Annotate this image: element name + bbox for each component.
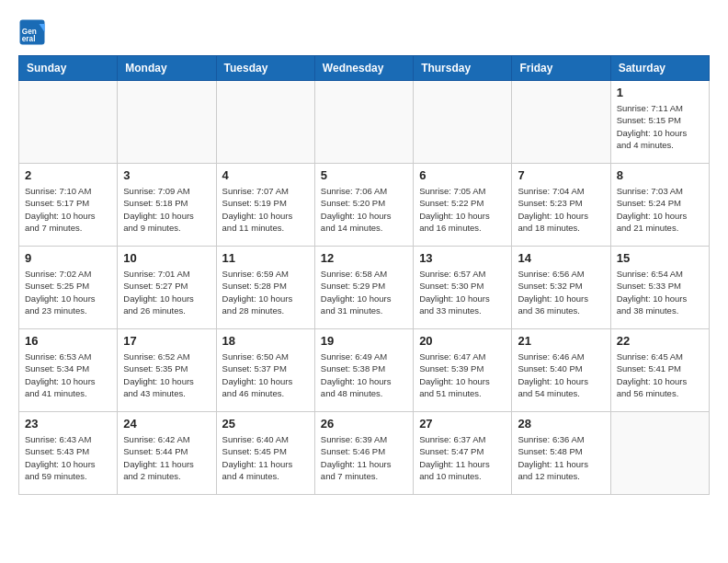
calendar-cell: 22Sunrise: 6:45 AM Sunset: 5:41 PM Dayli… <box>610 329 709 412</box>
calendar-cell: 28Sunrise: 6:36 AM Sunset: 5:48 PM Dayli… <box>512 412 610 495</box>
day-number: 17 <box>123 334 210 348</box>
day-number: 22 <box>617 334 703 348</box>
day-number: 7 <box>518 168 604 182</box>
day-number: 25 <box>222 417 309 431</box>
day-detail: Sunrise: 6:52 AM Sunset: 5:35 PM Dayligh… <box>123 350 210 399</box>
day-number: 19 <box>321 334 407 348</box>
day-detail: Sunrise: 6:45 AM Sunset: 5:41 PM Dayligh… <box>617 350 703 399</box>
logo-icon: Gen eral <box>18 18 46 46</box>
calendar-cell: 27Sunrise: 6:37 AM Sunset: 5:47 PM Dayli… <box>414 412 512 495</box>
day-number: 6 <box>419 168 506 182</box>
day-number: 24 <box>123 417 210 431</box>
day-number: 16 <box>25 334 111 348</box>
day-detail: Sunrise: 7:05 AM Sunset: 5:22 PM Dayligh… <box>419 185 506 234</box>
calendar-cell <box>610 412 709 495</box>
day-detail: Sunrise: 6:43 AM Sunset: 5:43 PM Dayligh… <box>25 433 111 482</box>
calendar-cell <box>19 81 118 164</box>
day-detail: Sunrise: 6:42 AM Sunset: 5:44 PM Dayligh… <box>123 433 210 482</box>
day-detail: Sunrise: 6:36 AM Sunset: 5:48 PM Dayligh… <box>518 433 604 482</box>
day-number: 12 <box>321 251 407 265</box>
day-detail: Sunrise: 7:07 AM Sunset: 5:19 PM Dayligh… <box>222 185 309 234</box>
calendar-cell: 12Sunrise: 6:58 AM Sunset: 5:29 PM Dayli… <box>314 247 413 329</box>
calendar-cell <box>216 81 314 164</box>
day-number: 5 <box>321 168 407 182</box>
calendar-cell: 23Sunrise: 6:43 AM Sunset: 5:43 PM Dayli… <box>19 412 118 495</box>
day-number: 4 <box>222 168 309 182</box>
day-detail: Sunrise: 6:56 AM Sunset: 5:32 PM Dayligh… <box>518 268 604 316</box>
calendar-cell: 2Sunrise: 7:10 AM Sunset: 5:17 PM Daylig… <box>19 164 118 247</box>
calendar-cell <box>414 81 512 164</box>
calendar-cell: 10Sunrise: 7:01 AM Sunset: 5:27 PM Dayli… <box>118 247 216 329</box>
calendar-table: SundayMondayTuesdayWednesdayThursdayFrid… <box>18 55 710 495</box>
day-detail: Sunrise: 6:39 AM Sunset: 5:46 PM Dayligh… <box>321 433 407 482</box>
calendar-cell: 17Sunrise: 6:52 AM Sunset: 5:35 PM Dayli… <box>118 329 216 412</box>
calendar-cell: 20Sunrise: 6:47 AM Sunset: 5:39 PM Dayli… <box>414 329 512 412</box>
calendar-cell: 1Sunrise: 7:11 AM Sunset: 5:15 PM Daylig… <box>610 81 709 164</box>
calendar-cell: 18Sunrise: 6:50 AM Sunset: 5:37 PM Dayli… <box>216 329 314 412</box>
day-detail: Sunrise: 7:11 AM Sunset: 5:15 PM Dayligh… <box>617 102 703 151</box>
calendar-cell: 7Sunrise: 7:04 AM Sunset: 5:23 PM Daylig… <box>512 164 610 247</box>
day-detail: Sunrise: 6:59 AM Sunset: 5:28 PM Dayligh… <box>222 268 309 316</box>
day-detail: Sunrise: 7:06 AM Sunset: 5:20 PM Dayligh… <box>321 185 407 234</box>
day-number: 20 <box>419 334 506 348</box>
week-row-4: 16Sunrise: 6:53 AM Sunset: 5:34 PM Dayli… <box>19 329 710 412</box>
col-header-friday: Friday <box>512 56 610 81</box>
day-number: 26 <box>321 417 407 431</box>
calendar-cell <box>118 81 216 164</box>
day-detail: Sunrise: 7:09 AM Sunset: 5:18 PM Dayligh… <box>123 185 210 234</box>
calendar-cell <box>314 81 413 164</box>
day-detail: Sunrise: 6:40 AM Sunset: 5:45 PM Dayligh… <box>222 433 309 482</box>
day-number: 15 <box>617 251 703 265</box>
logo: Gen eral <box>18 18 50 46</box>
day-detail: Sunrise: 6:37 AM Sunset: 5:47 PM Dayligh… <box>419 433 506 482</box>
col-header-saturday: Saturday <box>610 56 709 81</box>
day-detail: Sunrise: 6:50 AM Sunset: 5:37 PM Dayligh… <box>222 350 309 399</box>
calendar-cell: 26Sunrise: 6:39 AM Sunset: 5:46 PM Dayli… <box>314 412 413 495</box>
day-detail: Sunrise: 6:47 AM Sunset: 5:39 PM Dayligh… <box>419 350 506 399</box>
day-number: 27 <box>419 417 506 431</box>
day-number: 3 <box>123 168 210 182</box>
week-row-1: 1Sunrise: 7:11 AM Sunset: 5:15 PM Daylig… <box>19 81 710 164</box>
day-number: 8 <box>617 168 703 182</box>
day-detail: Sunrise: 6:49 AM Sunset: 5:38 PM Dayligh… <box>321 350 407 399</box>
day-detail: Sunrise: 6:54 AM Sunset: 5:33 PM Dayligh… <box>617 268 703 316</box>
calendar-cell <box>512 81 610 164</box>
day-number: 1 <box>617 86 703 99</box>
day-detail: Sunrise: 7:10 AM Sunset: 5:17 PM Dayligh… <box>25 185 111 234</box>
calendar-cell: 19Sunrise: 6:49 AM Sunset: 5:38 PM Dayli… <box>314 329 413 412</box>
week-row-3: 9Sunrise: 7:02 AM Sunset: 5:25 PM Daylig… <box>19 247 710 329</box>
day-detail: Sunrise: 7:04 AM Sunset: 5:23 PM Dayligh… <box>518 185 604 234</box>
calendar-cell: 6Sunrise: 7:05 AM Sunset: 5:22 PM Daylig… <box>414 164 512 247</box>
calendar-cell: 4Sunrise: 7:07 AM Sunset: 5:19 PM Daylig… <box>216 164 314 247</box>
week-row-5: 23Sunrise: 6:43 AM Sunset: 5:43 PM Dayli… <box>19 412 710 495</box>
calendar-header-row: SundayMondayTuesdayWednesdayThursdayFrid… <box>19 56 710 81</box>
day-number: 28 <box>518 417 604 431</box>
day-number: 14 <box>518 251 604 265</box>
day-detail: Sunrise: 6:57 AM Sunset: 5:30 PM Dayligh… <box>419 268 506 316</box>
day-detail: Sunrise: 7:01 AM Sunset: 5:27 PM Dayligh… <box>123 268 210 316</box>
calendar-cell: 25Sunrise: 6:40 AM Sunset: 5:45 PM Dayli… <box>216 412 314 495</box>
col-header-monday: Monday <box>118 56 216 81</box>
day-detail: Sunrise: 6:58 AM Sunset: 5:29 PM Dayligh… <box>321 268 407 316</box>
calendar-cell: 13Sunrise: 6:57 AM Sunset: 5:30 PM Dayli… <box>414 247 512 329</box>
day-number: 9 <box>25 251 111 265</box>
day-number: 2 <box>25 168 111 182</box>
day-detail: Sunrise: 6:53 AM Sunset: 5:34 PM Dayligh… <box>25 350 111 399</box>
day-number: 23 <box>25 417 111 431</box>
calendar-cell: 15Sunrise: 6:54 AM Sunset: 5:33 PM Dayli… <box>610 247 709 329</box>
calendar-cell: 9Sunrise: 7:02 AM Sunset: 5:25 PM Daylig… <box>19 247 118 329</box>
day-number: 18 <box>222 334 309 348</box>
calendar-cell: 8Sunrise: 7:03 AM Sunset: 5:24 PM Daylig… <box>610 164 709 247</box>
day-number: 13 <box>419 251 506 265</box>
day-number: 21 <box>518 334 604 348</box>
calendar-cell: 5Sunrise: 7:06 AM Sunset: 5:20 PM Daylig… <box>314 164 413 247</box>
day-detail: Sunrise: 7:03 AM Sunset: 5:24 PM Dayligh… <box>617 185 703 234</box>
day-detail: Sunrise: 7:02 AM Sunset: 5:25 PM Dayligh… <box>25 268 111 316</box>
day-detail: Sunrise: 6:46 AM Sunset: 5:40 PM Dayligh… <box>518 350 604 399</box>
calendar-cell: 14Sunrise: 6:56 AM Sunset: 5:32 PM Dayli… <box>512 247 610 329</box>
calendar-cell: 3Sunrise: 7:09 AM Sunset: 5:18 PM Daylig… <box>118 164 216 247</box>
calendar-cell: 21Sunrise: 6:46 AM Sunset: 5:40 PM Dayli… <box>512 329 610 412</box>
calendar-cell: 24Sunrise: 6:42 AM Sunset: 5:44 PM Dayli… <box>118 412 216 495</box>
day-number: 10 <box>123 251 210 265</box>
calendar-cell: 16Sunrise: 6:53 AM Sunset: 5:34 PM Dayli… <box>19 329 118 412</box>
